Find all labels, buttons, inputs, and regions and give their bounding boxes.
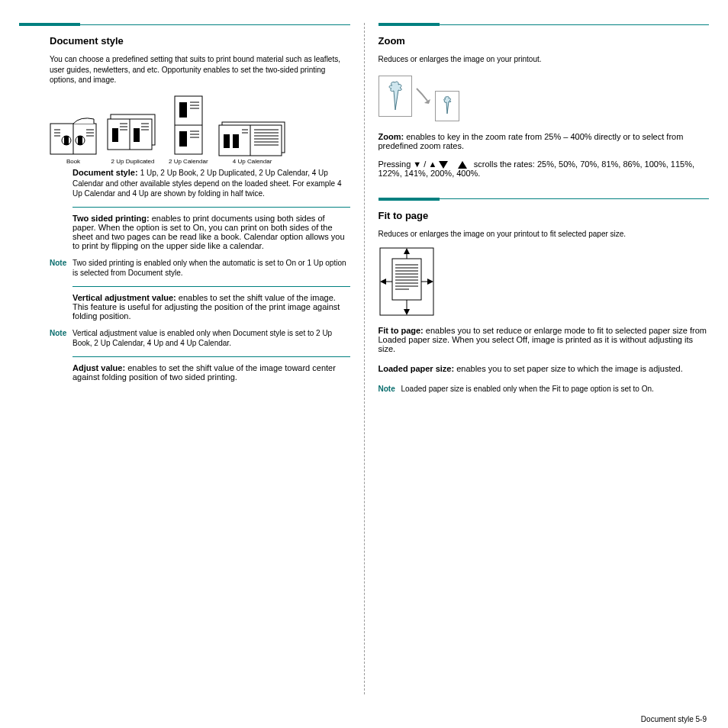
- triangle-up-icon: [458, 161, 467, 169]
- intro-text: You can choose a predefined setting that…: [50, 54, 350, 85]
- section-title-fit: Fit to page: [378, 210, 710, 221]
- illus-4up-calendar: 4 Up Calendar: [217, 119, 288, 166]
- fit-intro: Reduces or enlarges the image on your pr…: [378, 229, 710, 240]
- subhead-vert-adjust: Vertical adjustment value: enables to se…: [72, 293, 350, 321]
- style-illustrations: Book 2 Up Duplicated: [50, 95, 350, 166]
- section-title-zoom: Zoom: [378, 35, 710, 47]
- carrot-large-icon: [378, 76, 412, 117]
- svg-rect-18: [224, 134, 230, 148]
- fit-body-block: Fit to page: enables you to set reduce o…: [378, 326, 710, 353]
- svg-rect-14: [179, 131, 187, 147]
- note-vert-adjust: Note Vertical adjustment value is enable…: [50, 328, 350, 349]
- svg-rect-9: [112, 128, 118, 142]
- illus-book: Book: [50, 113, 97, 166]
- svg-rect-5: [78, 136, 82, 145]
- page-footer: Document style 5-9: [641, 715, 707, 723]
- zoom-intro: Reduces or enlarges the image on your pr…: [378, 54, 710, 65]
- subhead-two-sided: Two sided printing: enables to print doc…: [72, 214, 350, 250]
- separator: [72, 286, 350, 287]
- separator: [72, 207, 350, 208]
- svg-rect-19: [233, 134, 239, 148]
- fit-to-page-illustration: [378, 246, 710, 318]
- subhead-adjust-value: Adjust value: enables to set the shift v…: [72, 363, 350, 382]
- illus-2up-calendar: 2 Up Calendar: [169, 95, 208, 166]
- zoom-body-block: Zoom: enables to key in the zoom rate fr…: [378, 132, 710, 150]
- subhead-document-style: Document style: 1 Up, 2 Up Book, 2 Up Du…: [72, 168, 350, 199]
- note-loaded-paper: Note Loaded paper size is enabled only w…: [378, 384, 710, 395]
- separator: [72, 356, 350, 357]
- section-rule: [378, 23, 710, 26]
- note-two-sided: Note Two sided printing is enabled only …: [50, 258, 350, 279]
- svg-rect-13: [179, 102, 187, 118]
- carrot-small-icon: [435, 91, 459, 121]
- zoom-scroll-body: Pressing ▼ / ▲ scrolls the rates: 25%, 5…: [378, 159, 710, 178]
- section-title-document-style: Document style: [50, 35, 350, 47]
- section-rule: [378, 198, 710, 201]
- triangle-down-icon: [439, 161, 448, 169]
- zoom-before-after-illustration: [378, 71, 710, 121]
- svg-rect-3: [64, 136, 69, 145]
- arrow-icon: [415, 85, 432, 107]
- left-column: Document style You can choose a predefin…: [19, 23, 364, 694]
- illus-2up-duplicated: 2 Up Duplicated: [106, 110, 159, 166]
- loaded-paper-block: Loaded paper size: enables you to set pa…: [378, 364, 710, 373]
- svg-rect-10: [134, 128, 140, 142]
- section-rule: [19, 23, 350, 26]
- right-column: Zoom Reduces or enlarges the image on yo…: [365, 23, 710, 694]
